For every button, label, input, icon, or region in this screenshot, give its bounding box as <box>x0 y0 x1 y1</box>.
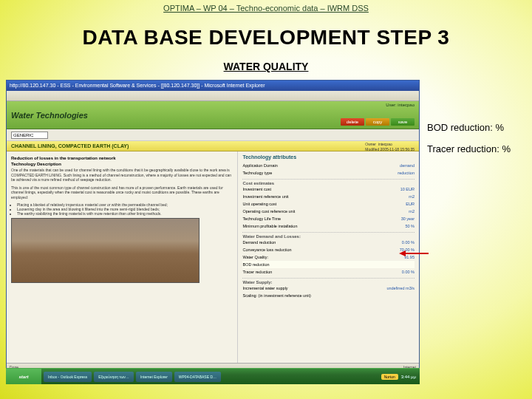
owner-meta: Owner intecpao Modified 2005-11-18 15:56… <box>365 141 415 151</box>
technology-name: CHANNEL LINING, COMPACTED EARTH (CLAY) <box>11 141 129 151</box>
copy-button[interactable]: copy <box>366 118 389 126</box>
task-item[interactable]: Internet Explorer <box>136 372 172 382</box>
slide-subtitle: WATER QUALITY <box>0 61 532 72</box>
browser-toolbar[interactable] <box>7 91 419 101</box>
app-header: Water Technologies User: intecpao delete… <box>7 101 419 129</box>
browser-window: http://80.120.147.30 - ESS - Environment… <box>6 80 420 368</box>
left-heading-1: Reduction of losses in the transportatio… <box>11 156 233 160</box>
channel-photo <box>11 218 200 283</box>
desc-bullet-3: The earthy stabilizing the lining materi… <box>17 211 233 216</box>
task-item[interactable]: WP04-DATABASE D… <box>174 372 221 382</box>
technology-selector-row: GENERIC <box>7 129 419 141</box>
taskbar[interactable]: start Inbox - Outlook Express Εξερεύνηση… <box>6 368 420 384</box>
left-heading-2: Technology Description <box>11 162 233 166</box>
clock: 3:44 μμ <box>401 375 416 379</box>
callout-tracer: Tracer reduction: % <box>427 143 511 154</box>
cost-section: Cost estimates <box>242 179 415 185</box>
bod-reduction-row: BOD reduction <box>242 261 415 268</box>
desc-para-2: This is one of the most common type of c… <box>11 185 233 200</box>
save-button[interactable]: save <box>391 118 415 126</box>
description-pane: Reduction of losses in the transportatio… <box>7 151 237 363</box>
browser-titlebar: http://80.120.147.30 - ESS - Environment… <box>7 81 419 91</box>
delete-button[interactable]: delete <box>341 118 364 126</box>
tech-type-select[interactable]: GENERIC <box>11 132 48 139</box>
attrs-heading: Technology attributes <box>242 154 415 160</box>
slide-title: DATA BASE DEVELOPMENT STEP 3 <box>0 26 532 50</box>
supply-section: Water Supply: <box>242 278 415 284</box>
attributes-pane: Technology attributes Application Domain… <box>237 151 419 363</box>
technology-name-bar: CHANNEL LINING, COMPACTED EARTH (CLAY) O… <box>7 141 419 151</box>
task-item[interactable]: Εξερεύνηση των… <box>94 372 133 382</box>
start-button[interactable]: start <box>6 369 41 384</box>
user-label: User: intecpao <box>386 103 415 107</box>
project-header-label: OPTIMA – WP 04 – Techno-economic data – … <box>163 4 369 13</box>
app-logo: Water Technologies <box>11 111 88 120</box>
callout-bod: BOD reduction: % <box>427 122 504 133</box>
desc-para-1: One of the materials that can be used fo… <box>11 168 233 183</box>
task-item[interactable]: Inbox - Outlook Express <box>44 372 92 382</box>
water-section: Water Demand and Losses: <box>242 232 415 239</box>
norton-tray[interactable]: Norton <box>381 374 398 380</box>
